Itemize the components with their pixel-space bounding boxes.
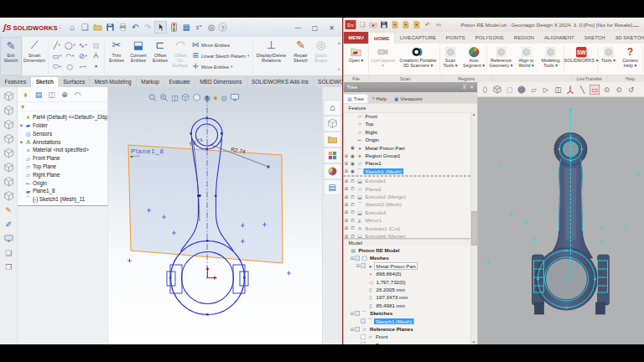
cube-icon[interactable] <box>2 118 15 132</box>
geo-tree-scrollbar[interactable]: ▲ ▼ <box>470 112 477 344</box>
geo-ribbon-creaform-portable-3d-scanners[interactable]: Creaform Portable 3D Scanners ▾ <box>397 44 439 75</box>
scroll-down-icon[interactable]: ▼ <box>472 340 475 344</box>
sw-tree-filter[interactable]: ▼ <box>18 102 108 112</box>
axis-icon[interactable] <box>565 85 575 95</box>
fillet-tool-icon[interactable]: ⌐▾ <box>76 61 90 72</box>
geo-tab-livecapture[interactable]: LIVECAPTURE <box>395 32 441 44</box>
page1-icon[interactable]: ▱ <box>529 85 539 95</box>
sw-graphics-area[interactable]: Plane1_8 <box>108 87 322 344</box>
livecapture[interactable] <box>377 48 388 57</box>
scene-icon[interactable]: ◍ <box>221 93 227 102</box>
table-icon[interactable]: ▦ <box>181 22 193 34</box>
cube-icon[interactable] <box>2 175 15 189</box>
geo-feature-item[interactable]: ⊞∅▱Plane2 <box>344 185 471 193</box>
geo-tab-sketch[interactable]: SKETCH <box>579 32 610 44</box>
sketch-orange-icon[interactable]: ✎ <box>2 204 15 217</box>
geo-ribbon-context-help[interactable]: ?Context Help ▾ <box>618 44 642 75</box>
maximize-icon[interactable]: ▢ <box>309 22 321 34</box>
config-icon[interactable]: ◫ <box>46 90 57 100</box>
exit-sketch-button[interactable]: ✎ Exit Sketch <box>0 37 22 75</box>
smart-dimension-button[interactable]: ⟋ Smart Dimension <box>22 37 47 75</box>
visibility-checkbox[interactable] <box>356 311 361 316</box>
cube-sel-icon[interactable] <box>492 85 502 95</box>
cube-icon[interactable] <box>2 189 15 203</box>
sw-tree-item[interactable]: ▶AAnnotations <box>19 137 108 146</box>
repair-sketch-button[interactable]: ✎ Repair Sketch <box>289 37 313 75</box>
geo-model-item[interactable]: ⊟▱Reference Planes <box>344 325 471 333</box>
folder-icon[interactable] <box>324 132 341 147</box>
geo-tab-points[interactable]: POINTS <box>441 32 470 44</box>
sphere-icon[interactable] <box>324 163 341 179</box>
geo-feature-item[interactable]: ⊞∅⬓Extrude1 <box>344 177 471 184</box>
quick-snaps-button[interactable]: ◎ Quick Snaps <box>313 37 330 75</box>
circle-dot2-icon[interactable]: ⊙ <box>614 85 624 95</box>
visibility-checkbox[interactable] <box>361 334 366 339</box>
convert-entities-button[interactable]: ⬓ Convert Entities <box>127 37 149 75</box>
display-delete-relations-button[interactable]: ⊥ Display/Delete Relations <box>254 37 289 75</box>
geo-feature-item[interactable]: ⊞∅⊛Boolean1 (Cut) <box>344 225 471 232</box>
geo-ribbon-modeling-tools[interactable]: Modeling Tools ▾ <box>538 44 564 75</box>
geo-feature-item[interactable]: ⊞◉▱Plane1 <box>344 159 471 167</box>
open-icon[interactable] <box>92 22 104 34</box>
sw-tree-item[interactable]: ▱Right Plane <box>19 171 108 179</box>
page2-icon[interactable]: ▷ <box>541 85 551 95</box>
arc-tool-icon[interactable]: ◠▾ <box>64 50 77 61</box>
rect-sel-icon[interactable]: ▢ <box>505 85 515 95</box>
rect-red-icon[interactable]: ▭ <box>589 85 600 95</box>
sphere-sel-icon[interactable] <box>517 85 527 95</box>
sw-tab-markup[interactable]: Markup <box>137 77 164 87</box>
zoom-fit-icon[interactable] <box>148 94 157 102</box>
geo-feature-item[interactable]: ⊞∅⬓Extrude3 <box>344 209 471 216</box>
surface-tool-icon[interactable]: ▧ <box>90 39 103 50</box>
green-circle[interactable] <box>603 47 614 58</box>
chevron-down-icon[interactable]: ▾ <box>247 54 249 58</box>
geo-ribbon-tools[interactable]: Tools ▾ <box>599 44 618 75</box>
geo-model-item[interactable]: ▯85.4981 mm <box>344 302 471 309</box>
sw-tree-item[interactable]: ⌙Origin <box>19 178 108 187</box>
line-sel-icon[interactable]: ╲ <box>578 85 588 95</box>
scroll-up-icon[interactable]: ▲ <box>472 112 475 116</box>
undo-red-icon[interactable]: ↶ <box>423 20 433 29</box>
sw-tree-item[interactable]: ≡Material <not specified> <box>19 146 108 154</box>
pin-icon[interactable]: ⊼ <box>463 85 466 90</box>
geo-ribbon-solidworks[interactable]: SWSOLIDWORKS ▾ <box>564 44 599 75</box>
geo-model-item[interactable]: ⊟●Metal Piston Part <box>344 262 471 270</box>
line-tool-icon[interactable]: ╱▾ <box>50 39 64 50</box>
visibility-checkbox[interactable] <box>356 327 361 332</box>
green-circle[interactable] <box>521 47 532 58</box>
move-entities-button[interactable]: ✛ Move Entities ▾ <box>191 62 250 72</box>
text-tool-icon[interactable]: A <box>90 50 103 61</box>
sw-cube[interactable]: SW <box>575 46 588 59</box>
home-icon[interactable]: ⌂ <box>67 22 79 34</box>
close-icon[interactable]: ✕ <box>325 22 338 34</box>
visibility-checkbox[interactable] <box>361 264 366 269</box>
lasso-icon[interactable]: ↺ <box>626 85 636 95</box>
geo-ribbon-scan-tools[interactable]: Scan Tools ▾ <box>440 44 461 75</box>
chevron-right-icon[interactable]: › <box>60 24 61 30</box>
sw-tab-mbd-dimensions[interactable]: MBD Dimensions <box>195 77 247 87</box>
circle-tool-icon[interactable]: ◯▾ <box>64 39 77 50</box>
layers2-icon[interactable]: ❐ <box>2 261 15 274</box>
polygon-tool-icon[interactable]: ⬡ <box>64 61 77 72</box>
geo-ribbon-auto-segment[interactable]: Auto Segment ▾ <box>461 44 487 75</box>
point-tool-icon[interactable]: ▪ <box>90 61 103 72</box>
ribbon-collapse-icon[interactable]: ^ <box>338 67 340 73</box>
sketch-blue-icon[interactable]: ✐ <box>2 218 15 231</box>
help-icon[interactable]: ? <box>219 23 227 32</box>
geo-feature-item[interactable]: ▱Right <box>344 128 471 136</box>
zoom-area-icon[interactable] <box>160 94 169 102</box>
geo-model-item[interactable]: ▯197.3473 mm <box>344 293 471 301</box>
sw-tab-sketch[interactable]: Sketch <box>31 77 59 88</box>
new-doc-icon[interactable]: ❏ <box>80 22 91 34</box>
geo-tab-3d-sketch[interactable]: 3D SKETCH <box>610 32 644 44</box>
sw-tree-item[interactable]: ▱Front Plane <box>19 154 108 163</box>
save-icon[interactable] <box>105 22 117 34</box>
geo-model-item[interactable]: ⊟⌒Sketches <box>344 309 471 317</box>
open-geo[interactable] <box>350 47 362 58</box>
geo-model-item[interactable]: ⊟◯Meshes <box>344 254 471 261</box>
creaform[interactable] <box>412 47 424 57</box>
hide-show-icon[interactable]: ◉ <box>204 93 210 102</box>
select-cursor-icon[interactable] <box>155 21 168 34</box>
offset-entities-button[interactable]: ⊏ Offset Entities <box>149 37 171 75</box>
cube-icon[interactable] <box>324 116 341 132</box>
